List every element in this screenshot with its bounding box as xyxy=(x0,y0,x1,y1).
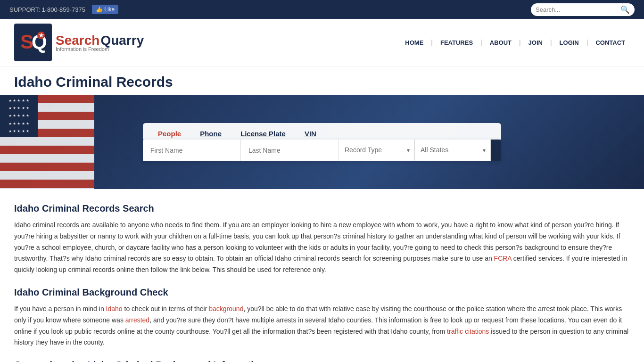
idaho-link[interactable]: Idaho xyxy=(106,305,123,313)
tab-phone[interactable]: Phone xyxy=(196,128,225,140)
main-nav: HOME | FEATURES | ABOUT | JOIN | LOGIN |… xyxy=(400,39,630,46)
content-area: Idaho Criminal Records Search Idaho crim… xyxy=(0,189,644,362)
top-search-input[interactable] xyxy=(536,6,620,13)
traffic-citations-link[interactable]: traffic citations xyxy=(447,328,489,335)
logo-image: S Q ★ xyxy=(14,24,52,61)
svg-text:★: ★ xyxy=(39,32,44,39)
last-name-input[interactable] xyxy=(241,140,339,161)
record-type-select[interactable]: Record Type Criminal Arrest Court xyxy=(339,140,414,160)
section1-heading: Idaho Criminal Records Search xyxy=(14,203,630,214)
search-row: Record Type Criminal Arrest Court All St… xyxy=(143,140,501,161)
search-tabs: People Phone License Plate VIN xyxy=(143,123,501,140)
fcra-link[interactable]: FCRA xyxy=(494,255,512,262)
state-select-wrapper: All States Idaho Alaska Alabama xyxy=(415,140,491,161)
page-title: Idaho Criminal Records xyxy=(14,74,630,90)
page-title-area: Idaho Criminal Records xyxy=(0,66,644,95)
section2-heading: Idaho Criminal Background Check xyxy=(14,287,630,298)
logo: S Q ★ Search Quarry Information is Freed… xyxy=(14,24,144,61)
tab-vin[interactable]: VIN xyxy=(301,128,320,140)
support-text: SUPPORT: 1-800-859-7375 xyxy=(9,6,85,13)
nav-features[interactable]: FEATURES xyxy=(436,39,478,46)
search-icon[interactable]: 🔍 xyxy=(620,5,630,14)
hero-banner: ★ ★ ★ ★ ★ ★ ★ ★ ★ ★ ★ ★ ★ ★ ★ ★ ★ ★ ★ ★ … xyxy=(0,95,644,189)
tab-license-plate[interactable]: License Plate xyxy=(237,128,289,140)
nav-about[interactable]: ABOUT xyxy=(485,39,516,46)
section-background-check: Idaho Criminal Background Check If you h… xyxy=(14,287,630,348)
search-button[interactable]: SEARCH xyxy=(491,140,501,161)
tab-people[interactable]: People xyxy=(154,128,185,140)
first-name-input[interactable] xyxy=(143,140,241,161)
logo-text-group: Search Quarry Information is Freedom xyxy=(56,33,144,52)
section-criminal-records-search: Idaho Criminal Records Search Idaho crim… xyxy=(14,203,630,276)
section2-text1: If you have a person in mind in xyxy=(14,305,106,313)
top-bar-left: SUPPORT: 1-800-859-7375 👍 Like xyxy=(9,5,118,14)
section1-body: Idaho criminal records are available to … xyxy=(14,220,630,276)
section2-body: If you have a person in mind in Idaho to… xyxy=(14,304,630,348)
section3-heading: Comprehensive Idaho Criminal Background … xyxy=(14,360,630,362)
section2-text2: to check out in terms of their xyxy=(123,305,209,313)
nav-home[interactable]: HOME xyxy=(400,39,428,46)
search-wrapper: Record Type Criminal Arrest Court All St… xyxy=(143,140,501,161)
top-search-bar: 🔍 xyxy=(531,3,635,16)
nav-login[interactable]: LOGIN xyxy=(555,39,584,46)
hero-inner: People Phone License Plate VIN Record Ty… xyxy=(0,123,644,161)
arrested-link[interactable]: arrested xyxy=(125,316,149,324)
header: S Q ★ Search Quarry Information is Freed… xyxy=(0,19,644,66)
fb-like-button[interactable]: 👍 Like xyxy=(92,5,118,14)
nav-join[interactable]: JOIN xyxy=(524,39,547,46)
state-select[interactable]: All States Idaho Alaska Alabama xyxy=(415,140,490,160)
background-link[interactable]: background xyxy=(209,305,243,313)
top-bar: SUPPORT: 1-800-859-7375 👍 Like 🔍 xyxy=(0,0,644,19)
record-type-wrapper: Record Type Criminal Arrest Court xyxy=(339,140,415,161)
section-comprehensive: Comprehensive Idaho Criminal Background … xyxy=(14,360,630,362)
nav-contact[interactable]: CONTACT xyxy=(591,39,630,46)
